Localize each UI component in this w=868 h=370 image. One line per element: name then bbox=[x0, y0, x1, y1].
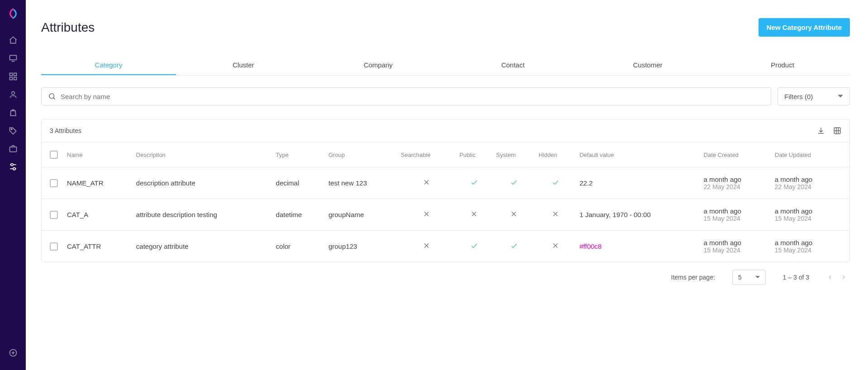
search-icon bbox=[48, 92, 56, 100]
cell-public bbox=[470, 212, 478, 219]
cell-searchable bbox=[422, 180, 431, 188]
cell-public bbox=[470, 180, 478, 188]
cell-public bbox=[470, 243, 478, 251]
download-icon[interactable] bbox=[817, 127, 825, 135]
attributes-table: NameDescriptionTypeGroupSearchablePublic… bbox=[42, 142, 849, 262]
col-hidden[interactable]: Hidden bbox=[535, 142, 576, 167]
svg-rect-8 bbox=[9, 147, 16, 152]
row-checkbox[interactable] bbox=[50, 211, 58, 219]
add-icon[interactable] bbox=[4, 344, 22, 362]
settings-icon[interactable] bbox=[4, 158, 22, 176]
svg-point-10 bbox=[13, 168, 15, 170]
cell-type: color bbox=[272, 231, 325, 262]
svg-point-6 bbox=[11, 91, 14, 95]
tab-category[interactable]: Category bbox=[41, 56, 176, 75]
svg-rect-2 bbox=[9, 73, 12, 76]
tab-contact[interactable]: Contact bbox=[446, 56, 580, 75]
col-type[interactable]: Type bbox=[272, 142, 325, 167]
tab-customer[interactable]: Customer bbox=[580, 56, 715, 75]
monitor-icon[interactable] bbox=[4, 49, 22, 67]
cell-searchable bbox=[422, 243, 431, 251]
svg-point-9 bbox=[11, 164, 13, 166]
cell-updated: a month ago15 May 2024 bbox=[771, 231, 849, 262]
cell-hidden bbox=[551, 212, 560, 219]
bag-icon[interactable] bbox=[4, 104, 22, 122]
cell-description: category attribute bbox=[133, 231, 272, 262]
svg-point-7 bbox=[11, 128, 12, 130]
table-row[interactable]: NAME_ATRdescription attributedecimaltest… bbox=[42, 167, 849, 199]
search-input[interactable] bbox=[61, 93, 764, 100]
attributes-table-card: 3 Attributes NameDescriptionTypeGroupSea… bbox=[41, 119, 850, 262]
cell-type: decimal bbox=[272, 167, 325, 199]
columns-icon[interactable] bbox=[833, 127, 841, 135]
cell-searchable bbox=[422, 212, 431, 219]
col-group[interactable]: Group bbox=[325, 142, 397, 167]
cell-hidden bbox=[551, 243, 560, 251]
cell-created: a month ago15 May 2024 bbox=[700, 231, 771, 262]
filters-label: Filters (0) bbox=[784, 93, 813, 100]
svg-rect-4 bbox=[9, 77, 12, 80]
cell-type: datetime bbox=[272, 199, 325, 231]
pagination-range: 1 – 3 of 3 bbox=[783, 274, 809, 281]
briefcase-icon[interactable] bbox=[4, 140, 22, 158]
chevron-down-icon bbox=[838, 94, 843, 99]
search-box[interactable] bbox=[41, 87, 771, 105]
table-row[interactable]: CAT_ATTRcategory attributecolorgroup123#… bbox=[42, 231, 849, 262]
col-description[interactable]: Description bbox=[133, 142, 272, 167]
svg-point-18 bbox=[49, 94, 54, 99]
cell-updated: a month ago22 May 2024 bbox=[771, 167, 849, 199]
user-icon[interactable] bbox=[4, 85, 22, 104]
cell-system bbox=[510, 180, 518, 188]
tab-product[interactable]: Product bbox=[715, 56, 850, 75]
cell-name: CAT_A bbox=[63, 199, 133, 231]
items-per-page-label: Items per page: bbox=[671, 274, 715, 281]
cell-system bbox=[510, 243, 518, 251]
tag-icon[interactable] bbox=[4, 122, 22, 140]
cell-group: groupName bbox=[325, 199, 397, 231]
pagination: Items per page: 5 1 – 3 of 3 bbox=[41, 262, 850, 298]
cell-name: CAT_ATTR bbox=[63, 231, 133, 262]
sidebar bbox=[0, 0, 26, 370]
svg-line-19 bbox=[53, 98, 55, 99]
cell-system bbox=[510, 212, 518, 219]
table-row[interactable]: CAT_Aattribute description testingdateti… bbox=[42, 199, 849, 231]
cell-default: 22.2 bbox=[576, 167, 700, 199]
cell-name: NAME_ATR bbox=[63, 167, 133, 199]
svg-rect-5 bbox=[14, 77, 16, 80]
select-all-checkbox[interactable] bbox=[50, 151, 58, 159]
tab-cluster[interactable]: Cluster bbox=[176, 56, 311, 75]
cell-hidden bbox=[551, 180, 560, 188]
new-attribute-button[interactable]: New Category Attribute bbox=[759, 18, 850, 37]
cell-created: a month ago15 May 2024 bbox=[700, 199, 771, 231]
next-page-icon[interactable] bbox=[840, 274, 847, 281]
page-title: Attributes bbox=[41, 20, 95, 35]
filters-dropdown[interactable]: Filters (0) bbox=[778, 87, 850, 105]
home-icon[interactable] bbox=[4, 31, 22, 49]
col-default-value[interactable]: Default value bbox=[576, 142, 700, 167]
col-searchable[interactable]: Searchable bbox=[397, 142, 455, 167]
prev-page-icon[interactable] bbox=[826, 274, 834, 281]
cell-group: test new 123 bbox=[325, 167, 397, 199]
items-per-page-select[interactable]: 5 bbox=[732, 270, 766, 285]
cell-updated: a month ago15 May 2024 bbox=[771, 199, 849, 231]
col-system[interactable]: System bbox=[493, 142, 535, 167]
svg-rect-3 bbox=[14, 73, 16, 76]
cell-created: a month ago22 May 2024 bbox=[700, 167, 771, 199]
table-count-label: 3 Attributes bbox=[50, 127, 81, 134]
svg-rect-0 bbox=[9, 55, 16, 60]
logo-icon bbox=[8, 8, 19, 20]
col-date-created[interactable]: Date Created bbox=[700, 142, 771, 167]
row-checkbox[interactable] bbox=[50, 242, 58, 251]
tab-company[interactable]: Company bbox=[311, 56, 446, 75]
chevron-down-icon bbox=[755, 275, 760, 280]
cell-default: 1 January, 1970 - 00:00 bbox=[576, 199, 700, 231]
cell-default: #ff00c8 bbox=[576, 231, 700, 262]
col-public[interactable]: Public bbox=[455, 142, 492, 167]
cell-description: attribute description testing bbox=[133, 199, 272, 231]
col-name[interactable]: Name bbox=[63, 142, 133, 167]
items-per-page-value: 5 bbox=[738, 274, 742, 281]
main-content: Attributes New Category Attribute Catego… bbox=[26, 0, 868, 370]
row-checkbox[interactable] bbox=[50, 179, 58, 187]
grid-icon[interactable] bbox=[4, 67, 22, 85]
col-date-updated[interactable]: Date Updated bbox=[771, 142, 849, 167]
